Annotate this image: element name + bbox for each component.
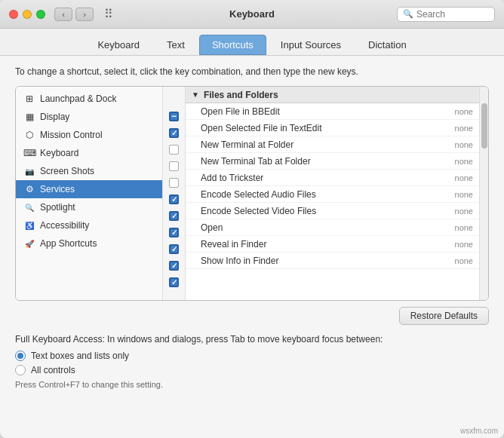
hint-text: Press Control+F7 to change this setting. [15,380,489,389]
shortcut-key-9: none [455,256,473,265]
cb-cell-1[interactable] [163,124,185,141]
cb-cell-5[interactable] [163,191,185,207]
shortcut-name-3: New Terminal Tab at Folder [201,156,455,167]
checkbox-10[interactable] [169,277,179,287]
grid-button[interactable]: ⠿ [100,8,118,21]
maximize-button[interactable] [36,10,45,19]
sidebar-item-display[interactable]: ▦ Display [16,108,162,126]
collapse-triangle[interactable]: ▼ [192,90,199,99]
shortcut-list: ▼ Files and Folders Open File in BBEdit … [186,87,479,300]
shortcut-row-2[interactable]: New Terminal at Folder none [186,136,479,153]
tab-input-sources[interactable]: Input Sources [268,35,354,55]
shortcut-row-6[interactable]: Encode Selected Video Files none [186,203,479,219]
scrollbar-thumb[interactable] [481,103,487,149]
shortcut-name-0: Open File in BBEdit [201,106,455,117]
restore-defaults-button[interactable]: Restore Defaults [399,307,489,325]
tabs-bar: Keyboard Text Shortcuts Input Sources Di… [0,29,504,56]
sidebar-label-display: Display [40,112,69,122]
shortcut-row-4[interactable]: Add to Trickster none [186,170,479,186]
shortcut-row-0[interactable]: Open File in BBEdit none [186,103,479,120]
shortcut-row-7[interactable]: Open none [186,219,479,236]
traffic-lights [9,10,45,19]
cb-cell-4[interactable] [163,174,185,191]
watermark: wsxfm.com [460,427,498,435]
checkboxes-column [163,87,186,300]
cb-cell-0[interactable] [163,108,185,124]
sidebar-item-mission-control[interactable]: ⬡ Mission Control [16,126,162,144]
keyboard-access-title: Full Keyboard Access: In windows and dia… [15,334,489,345]
shortcut-key-7: none [455,223,473,232]
shortcut-key-1: none [455,124,473,133]
sidebar-item-spotlight[interactable]: 🔍 Spotlight [16,198,162,216]
shortcut-name-2: New Terminal at Folder [201,139,455,150]
sidebar-item-keyboard[interactable]: ⌨ Keyboard [16,144,162,162]
checkbox-6[interactable] [169,211,179,221]
sidebar-item-services[interactable]: ⚙ Services [16,180,162,198]
shortcut-name-7: Open [201,222,455,233]
sidebar-label-services: Services [40,184,75,194]
display-icon: ▦ [23,111,35,123]
shortcut-name-8: Reveal in Finder [201,239,455,250]
checkbox-3[interactable] [169,161,179,171]
shortcut-key-3: none [455,157,473,166]
app-shortcuts-icon: 🚀 [23,237,35,250]
keyboard-access-section: Full Keyboard Access: In windows and dia… [15,334,489,389]
main-window: ‹ › ⠿ Keyboard 🔍 Keyboard Text Shortcuts… [0,0,504,438]
shortcut-group-header: ▼ Files and Folders [186,87,479,103]
checkbox-7[interactable] [169,228,179,237]
search-input[interactable] [416,9,489,20]
forward-button[interactable]: › [75,8,94,21]
shortcut-key-8: none [455,240,473,249]
close-button[interactable] [9,10,18,19]
instruction-text: To change a shortcut, select it, click t… [15,66,489,77]
cb-cell-2[interactable] [163,141,185,158]
minimize-button[interactable] [23,10,32,19]
shortcut-name-1: Open Selected File in TextEdit [201,123,455,133]
sidebar-item-launchpad[interactable]: ⊞ Launchpad & Dock [16,90,162,108]
sidebar-label-app-shortcuts: App Shortcuts [40,238,97,249]
tab-shortcuts[interactable]: Shortcuts [199,35,266,55]
shortcut-name-9: Show Info in Finder [201,256,455,266]
checkbox-5[interactable] [169,194,179,204]
back-button[interactable]: ‹ [54,8,72,21]
restore-row: Restore Defaults [15,301,489,328]
shortcut-key-5: none [455,190,473,199]
mission-control-icon: ⬡ [23,129,35,141]
cb-cell-6[interactable] [163,207,185,224]
radio-option-0[interactable]: Text boxes and lists only [15,351,489,361]
radio-option-1[interactable]: All controls [15,365,489,375]
sidebar-item-accessibility[interactable]: ♿ Accessibility [16,216,162,234]
shortcut-row-1[interactable]: Open Selected File in TextEdit none [186,120,479,136]
shortcut-row-3[interactable]: New Terminal Tab at Folder none [186,153,479,170]
shortcut-key-2: none [455,140,473,149]
sidebar-item-app-shortcuts[interactable]: 🚀 App Shortcuts [16,234,162,253]
shortcut-row-8[interactable]: Reveal in Finder none [186,236,479,253]
tab-keyboard[interactable]: Keyboard [85,35,152,55]
checkbox-2[interactable] [169,145,179,155]
checkbox-1[interactable] [169,128,179,138]
radio-button-1[interactable] [15,365,26,375]
cb-cell-9[interactable] [163,257,185,274]
cb-cell-10[interactable] [163,274,185,290]
checkbox-0[interactable] [169,112,179,121]
scrollbar[interactable] [479,87,488,300]
sidebar-item-screenshots[interactable]: 📷 Screen Shots [16,162,162,180]
checkbox-9[interactable] [169,261,179,271]
shortcut-key-4: none [455,173,473,182]
radio-button-0[interactable] [15,351,26,361]
sidebar-label-mission-control: Mission Control [40,130,103,140]
services-icon: ⚙ [23,183,35,195]
tab-text[interactable]: Text [154,35,198,55]
cb-cell-3[interactable] [163,158,185,174]
shortcut-name-6: Encode Selected Video Files [201,206,455,216]
checkbox-4[interactable] [169,178,179,188]
shortcut-group-name: Files and Folders [204,90,278,100]
cb-cell-8[interactable] [163,240,185,257]
sidebar-label-keyboard: Keyboard [40,148,78,158]
sidebar-label-accessibility: Accessibility [40,220,89,231]
cb-cell-7[interactable] [163,224,185,240]
shortcut-row-5[interactable]: Encode Selected Audio Files none [186,186,479,203]
checkbox-8[interactable] [169,244,179,254]
shortcut-row-9[interactable]: Show Info in Finder none [186,253,479,269]
tab-dictation[interactable]: Dictation [355,35,419,55]
